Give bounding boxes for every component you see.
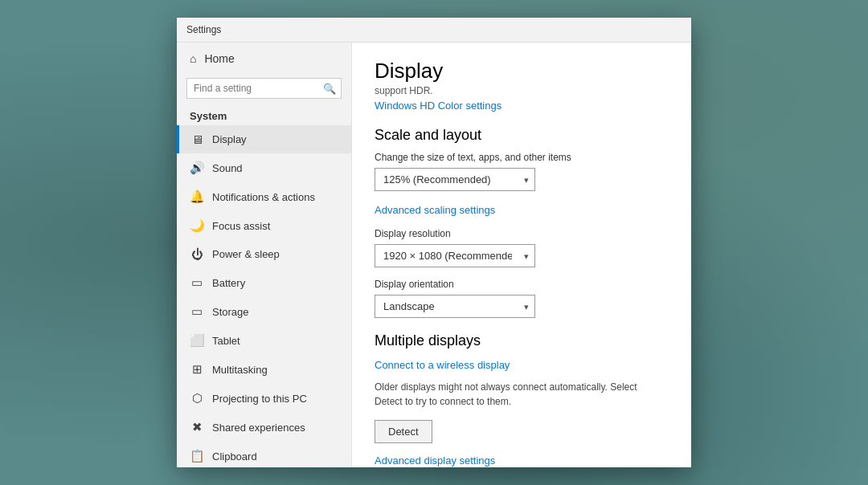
title-bar: Settings xyxy=(177,18,691,43)
resolution-dropdown[interactable]: 1920 × 1080 (Recommended) 1280 × 720 102… xyxy=(375,244,535,267)
search-input[interactable] xyxy=(186,78,342,99)
storage-label: Storage xyxy=(212,306,249,318)
sidebar-item-tablet[interactable]: ⬜ Tablet xyxy=(177,326,351,355)
advanced-links: Advanced display settings Graphics setti… xyxy=(375,454,669,467)
multitasking-label: Multitasking xyxy=(212,364,268,376)
resolution-dropdown-wrapper: 1920 × 1080 (Recommended) 1280 × 720 102… xyxy=(375,244,535,267)
scale-field-group: Change the size of text, apps, and other… xyxy=(375,152,669,191)
home-label: Home xyxy=(204,52,234,65)
sidebar-item-power[interactable]: ⏻ Power & sleep xyxy=(177,240,351,268)
hdr-support-text: support HDR. xyxy=(375,85,669,96)
sidebar-item-clipboard[interactable]: 📋 Clipboard xyxy=(177,442,351,467)
focus-label: Focus assist xyxy=(212,220,270,232)
projecting-label: Projecting to this PC xyxy=(212,393,307,405)
tablet-icon: ⬜ xyxy=(190,333,204,348)
search-icon: 🔍 xyxy=(323,83,336,95)
sidebar-item-battery[interactable]: ▭ Battery xyxy=(177,268,351,297)
main-content: Display support HDR. Windows HD Color se… xyxy=(352,43,691,467)
sidebar-item-focus[interactable]: 🌙 Focus assist xyxy=(177,211,351,240)
scale-dropdown[interactable]: 100% 125% (Recommended) 150% 175% xyxy=(375,168,535,191)
sidebar-item-projecting[interactable]: ⬡ Projecting to this PC xyxy=(177,384,351,413)
sidebar-item-home[interactable]: ⌂ Home xyxy=(177,43,351,75)
multitasking-icon: ⊞ xyxy=(190,362,204,377)
settings-window: Settings ⌂ Home 🔍 System 🖥 Display 🔊 Sou… xyxy=(177,18,691,467)
shared-label: Shared experiences xyxy=(212,422,305,434)
scale-field-label: Change the size of text, apps, and other… xyxy=(375,152,669,163)
focus-icon: 🌙 xyxy=(190,218,204,233)
sidebar-item-sound[interactable]: 🔊 Sound xyxy=(177,153,351,182)
battery-icon: ▭ xyxy=(190,275,204,290)
sound-icon: 🔊 xyxy=(190,161,204,175)
sidebar: ⌂ Home 🔍 System 🖥 Display 🔊 Sound 🔔 Noti… xyxy=(177,43,352,467)
advanced-scaling-link[interactable]: Advanced scaling settings xyxy=(375,204,495,216)
resolution-label: Display resolution xyxy=(375,228,669,239)
multiple-displays-title: Multiple displays xyxy=(375,332,669,349)
power-icon: ⏻ xyxy=(190,247,204,261)
power-label: Power & sleep xyxy=(212,248,280,260)
projecting-icon: ⬡ xyxy=(190,391,204,406)
page-title: Display xyxy=(375,59,669,84)
orientation-label: Display orientation xyxy=(375,279,669,290)
hdr-color-link[interactable]: Windows HD Color settings xyxy=(375,100,502,112)
detect-button[interactable]: Detect xyxy=(375,420,432,443)
sidebar-item-display[interactable]: 🖥 Display xyxy=(177,125,351,153)
orientation-dropdown[interactable]: Landscape Portrait Landscape (flipped) P… xyxy=(375,295,535,318)
scale-section-title: Scale and layout xyxy=(375,127,669,144)
sidebar-item-storage[interactable]: ▭ Storage xyxy=(177,297,351,326)
scale-dropdown-wrapper: 100% 125% (Recommended) 150% 175% ▾ xyxy=(375,168,535,191)
storage-icon: ▭ xyxy=(190,304,204,319)
wireless-display-link[interactable]: Connect to a wireless display xyxy=(375,359,510,371)
sidebar-item-multitasking[interactable]: ⊞ Multitasking xyxy=(177,355,351,384)
home-icon: ⌂ xyxy=(190,52,196,65)
display-label: Display xyxy=(212,133,247,145)
display-icon: 🖥 xyxy=(190,132,204,146)
advanced-display-link[interactable]: Advanced display settings xyxy=(375,454,669,467)
orientation-dropdown-wrapper: Landscape Portrait Landscape (flipped) P… xyxy=(375,295,535,318)
orientation-field-group: Display orientation Landscape Portrait L… xyxy=(375,279,669,318)
search-container: 🔍 xyxy=(186,78,342,99)
notifications-icon: 🔔 xyxy=(190,190,204,204)
shared-icon: ✖ xyxy=(190,420,204,434)
sound-label: Sound xyxy=(212,162,243,174)
battery-label: Battery xyxy=(212,277,245,289)
multiple-display-desc: Older displays might not always connect … xyxy=(375,380,640,409)
clipboard-icon: 📋 xyxy=(190,449,204,463)
system-section-label: System xyxy=(177,105,351,125)
notifications-label: Notifications & actions xyxy=(212,191,315,203)
tablet-label: Tablet xyxy=(212,335,240,347)
sidebar-item-notifications[interactable]: 🔔 Notifications & actions xyxy=(177,182,351,211)
clipboard-label: Clipboard xyxy=(212,450,257,463)
sidebar-item-shared[interactable]: ✖ Shared experiences xyxy=(177,413,351,442)
resolution-field-group: Display resolution 1920 × 1080 (Recommen… xyxy=(375,228,669,267)
window-title: Settings xyxy=(186,24,221,35)
